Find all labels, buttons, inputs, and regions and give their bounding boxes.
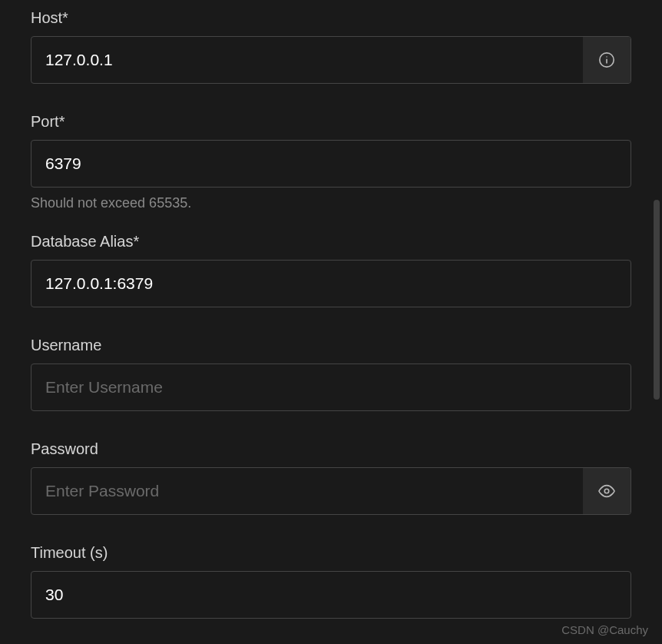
password-label: Password (31, 440, 631, 458)
timeout-input[interactable] (31, 572, 631, 618)
username-field-group: Username (31, 337, 631, 411)
host-input-wrapper (31, 36, 631, 84)
password-field-group: Password (31, 440, 631, 515)
host-info-button[interactable] (583, 37, 631, 83)
alias-input-wrapper (31, 260, 631, 307)
timeout-field-group: Timeout (s) (31, 544, 631, 619)
username-input[interactable] (31, 364, 631, 410)
host-field-group: Host* (31, 9, 631, 84)
svg-point-3 (604, 489, 609, 493)
password-input-wrapper (31, 467, 631, 515)
port-field-group: Port* Should not exceed 65535. (31, 113, 631, 211)
alias-field-group: Database Alias* (31, 233, 631, 307)
username-label: Username (31, 337, 631, 354)
svg-point-2 (606, 56, 607, 57)
port-hint: Should not exceed 65535. (31, 195, 631, 211)
timeout-label: Timeout (s) (31, 544, 631, 562)
info-icon (598, 51, 615, 68)
port-input[interactable] (31, 141, 631, 187)
host-input[interactable] (31, 37, 583, 83)
port-label: Port* (31, 113, 631, 131)
alias-label: Database Alias* (31, 233, 631, 251)
alias-input[interactable] (31, 261, 631, 307)
username-input-wrapper (31, 363, 631, 411)
scrollbar[interactable] (651, 200, 662, 430)
scrollbar-thumb[interactable] (654, 200, 660, 400)
host-label: Host* (31, 9, 631, 27)
password-visibility-toggle[interactable] (583, 468, 631, 514)
watermark: CSDN @Cauchy (561, 623, 648, 636)
port-input-wrapper (31, 140, 631, 188)
timeout-input-wrapper (31, 571, 631, 619)
eye-icon (598, 483, 615, 500)
connection-form: Host* Port* Should not exceed 65535. Dat… (0, 0, 662, 619)
password-input[interactable] (31, 468, 583, 514)
